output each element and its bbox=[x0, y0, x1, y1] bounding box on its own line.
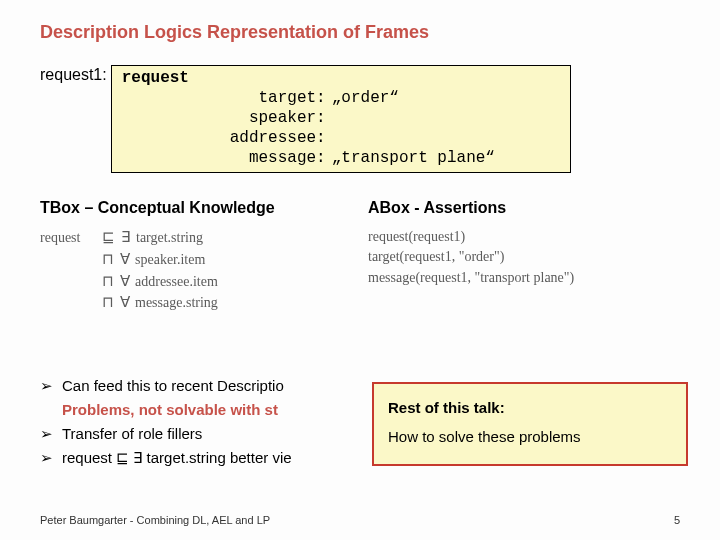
tbox-column: TBox – Conceptual Knowledge request ⊑ ∃ … bbox=[40, 199, 352, 314]
slot-key: speaker: bbox=[122, 108, 332, 128]
forall-symbol: ∀ bbox=[118, 271, 132, 293]
abox-heading: ABox - Assertions bbox=[368, 199, 680, 217]
subsumption-symbol: ⊑ bbox=[102, 230, 115, 245]
tbox-formula: request ⊑ ∃ target.string ⊓ ∀ speaker.it… bbox=[40, 227, 352, 314]
tbox-heading: TBox – Conceptual Knowledge bbox=[40, 199, 352, 217]
problem-emphasis: Problems, not solvable with st bbox=[62, 401, 278, 418]
overlay-box: Rest of this talk: How to solve these pr… bbox=[372, 382, 688, 466]
tbox-lead: request bbox=[40, 228, 102, 248]
forall-symbol: ∀ bbox=[118, 249, 132, 271]
tbox-term: message.string bbox=[135, 293, 218, 313]
conjunction-symbol: ⊓ bbox=[102, 295, 114, 310]
footer: Peter Baumgarter - Combining DL, AEL and… bbox=[40, 514, 680, 526]
overlay-heading: Rest of this talk: bbox=[388, 394, 672, 423]
tbox-term: speaker.item bbox=[135, 250, 205, 270]
abox-assertions: request(request1) target(request1, "orde… bbox=[368, 227, 680, 288]
frame-instance-label: request1: bbox=[40, 65, 111, 84]
page-number: 5 bbox=[674, 514, 680, 526]
frame-slot: message: „transport plane“ bbox=[122, 148, 560, 168]
frame-head: request bbox=[122, 68, 560, 88]
slot-key: target: bbox=[122, 88, 332, 108]
frame-box: request target: „order“ speaker: address… bbox=[111, 65, 571, 173]
frame-row: request1: request target: „order“ speake… bbox=[40, 65, 680, 173]
bullet-text: Can feed this to recent Descriptio bbox=[62, 377, 284, 394]
conjunction-symbol: ⊓ bbox=[102, 274, 114, 289]
tbox-term: target.string bbox=[136, 228, 203, 248]
frame-slot: target: „order“ bbox=[122, 88, 560, 108]
slot-key: addressee: bbox=[122, 128, 332, 148]
slot-value: „order“ bbox=[332, 88, 399, 108]
overlay-body: How to solve these problems bbox=[388, 423, 672, 452]
bullet-marker-icon: ➢ bbox=[40, 446, 62, 470]
tbox-term: addressee.item bbox=[135, 272, 218, 292]
forall-symbol: ∀ bbox=[118, 292, 132, 314]
conjunction-symbol: ⊓ bbox=[102, 252, 114, 267]
columns: TBox – Conceptual Knowledge request ⊑ ∃ … bbox=[40, 199, 680, 314]
abox-column: ABox - Assertions request(request1) targ… bbox=[368, 199, 680, 314]
abox-line: message(request1, "transport plane") bbox=[368, 268, 680, 288]
bullet-marker-icon: ➢ bbox=[40, 422, 62, 446]
slot-value: „transport plane“ bbox=[332, 148, 495, 168]
exists-symbol: ∃ bbox=[119, 227, 133, 249]
footer-left: Peter Baumgarter - Combining DL, AEL and… bbox=[40, 514, 270, 526]
frame-slot: addressee: bbox=[122, 128, 560, 148]
frame-slot: speaker: bbox=[122, 108, 560, 128]
page-title: Description Logics Representation of Fra… bbox=[40, 22, 680, 43]
abox-line: request(request1) bbox=[368, 227, 680, 247]
bullet-marker-icon: ➢ bbox=[40, 374, 62, 422]
abox-line: target(request1, "order") bbox=[368, 247, 680, 267]
slot-key: message: bbox=[122, 148, 332, 168]
